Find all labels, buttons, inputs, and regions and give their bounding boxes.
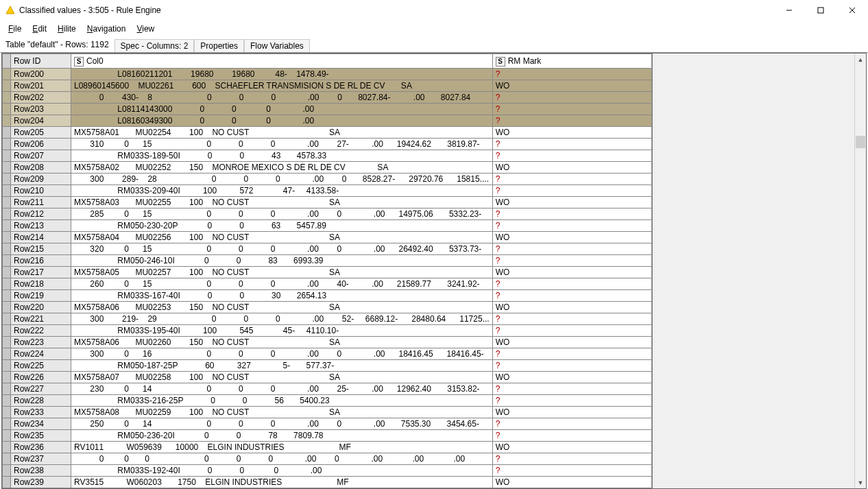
table-row[interactable]: Row215 320 0 15 0 0 0 .00 0 .00 26492.40…	[3, 243, 652, 255]
vertical-scrollbar[interactable]: ▲ ▼	[854, 53, 866, 488]
table-row[interactable]: Row207 RM033S-189-50I 0 0 43 4578.33?	[3, 150, 652, 162]
table-row[interactable]: Row238 RM033S-192-40I 0 0 0 .00?	[3, 465, 652, 477]
scroll-thumb[interactable]	[856, 136, 865, 148]
minimize-button[interactable]	[773, 0, 805, 21]
row-marker[interactable]	[3, 430, 11, 442]
col0-cell[interactable]: RM050-187-25P 60 327 5- 577.37-	[71, 360, 493, 372]
table-row[interactable]: Row233MX5758A08 MU02259 100 NO CUST SAWO	[3, 407, 652, 418]
row-id-cell[interactable]: Row235	[11, 430, 71, 442]
menu-file[interactable]: File	[3, 23, 26, 35]
table-row[interactable]: Row221 300 219- 29 0 0 0 .00 52- 6689.12…	[3, 313, 652, 325]
row-id-cell[interactable]: Row208	[11, 162, 71, 174]
row-marker[interactable]	[3, 442, 11, 453]
maximize-button[interactable]	[805, 0, 836, 21]
table-row[interactable]: Row218 260 0 15 0 0 0 .00 40- .00 21589.…	[3, 278, 652, 290]
rmmark-cell[interactable]: ?	[492, 465, 651, 477]
rmmark-cell[interactable]: ?	[492, 150, 651, 162]
rmmark-cell[interactable]: ?	[492, 278, 651, 290]
row-marker[interactable]	[3, 255, 11, 267]
table-row[interactable]: Row225 RM050-187-25P 60 327 5- 577.37-?	[3, 360, 652, 372]
table-row[interactable]: Row223MX5758A06 MU02260 150 NO CUST SAWO	[3, 337, 652, 348]
table-row[interactable]: Row211MX5758A03 MU02255 100 NO CUST SAWO	[3, 197, 652, 208]
table-row[interactable]: Row212 285 0 15 0 0 0 .00 0 .00 14975.06…	[3, 208, 652, 220]
row-marker[interactable]	[3, 418, 11, 430]
row-id-cell[interactable]: Row217	[11, 267, 71, 278]
col0-cell[interactable]: L08160349300 0 0 0 .00	[71, 115, 493, 127]
rmmark-cell[interactable]: WO	[492, 407, 651, 418]
col0-cell[interactable]: MX5758A05 MU02257 100 NO CUST SA	[71, 267, 493, 278]
table-row[interactable]: Row220MX5758A06 MU02253 150 NO CUST SAWO	[3, 302, 652, 313]
col0-cell[interactable]: 1850 1800- 28 0 0 0 .00 0 30018.60- 2624…	[71, 488, 493, 489]
menu-navigation[interactable]: Navigation	[82, 23, 131, 35]
row-marker[interactable]	[3, 453, 11, 465]
rmmark-cell[interactable]: ?	[492, 139, 651, 150]
row-marker[interactable]	[3, 337, 11, 348]
table-row[interactable]: Row234 250 0 14 0 0 0 .00 0 .00 7535.30 …	[3, 418, 652, 430]
row-id-cell[interactable]: Row233	[11, 407, 71, 418]
col0-cell[interactable]: L08160211201 19680 19680 48- 1478.49-	[71, 69, 493, 80]
row-id-cell[interactable]: Row206	[11, 139, 71, 150]
rmmark-cell[interactable]: WO	[492, 80, 651, 92]
row-marker[interactable]	[3, 407, 11, 418]
menu-view[interactable]: View	[132, 23, 159, 35]
table-row[interactable]: Row219 RM033S-167-40I 0 0 30 2654.13?	[3, 290, 652, 302]
row-marker[interactable]	[3, 278, 11, 290]
row-marker[interactable]	[3, 162, 11, 174]
table-row[interactable]: Row214MX5758A04 MU02256 100 NO CUST SAWO	[3, 232, 652, 243]
col0-cell[interactable]: RV1011 W059639 10000 ELGIN INDUSTRIES MF	[71, 442, 493, 453]
table-row[interactable]: Row203 L08114143000 0 0 0 .00?	[3, 104, 652, 115]
row-id-cell[interactable]: Row214	[11, 232, 71, 243]
row-id-cell[interactable]: Row216	[11, 255, 71, 267]
row-id-cell[interactable]: Row207	[11, 150, 71, 162]
rmmark-cell[interactable]: WO	[492, 442, 651, 453]
row-id-cell[interactable]: Row225	[11, 360, 71, 372]
row-marker[interactable]	[3, 208, 11, 220]
col0-cell[interactable]: 300 0 16 0 0 0 .00 0 .00 18416.45 18416.…	[71, 348, 493, 360]
rmmark-cell[interactable]: ?	[492, 360, 651, 372]
col0-cell[interactable]: RM033S-192-40I 0 0 0 .00	[71, 465, 493, 477]
row-marker[interactable]	[3, 383, 11, 395]
row-id-cell[interactable]: Row202	[11, 92, 71, 104]
rmmark-cell[interactable]: WO	[492, 197, 651, 208]
header-rmmark[interactable]: SRM Mark	[492, 54, 651, 69]
row-id-cell[interactable]: Row211	[11, 197, 71, 208]
table-row[interactable]: Row205MX5758A01 MU02254 100 NO CUST SAWO	[3, 127, 652, 139]
table-row[interactable]: Row235 RM050-236-20I 0 0 78 7809.78?	[3, 430, 652, 442]
col0-cell[interactable]: RM050-246-10I 0 0 83 6993.39	[71, 255, 493, 267]
row-id-cell[interactable]: Row236	[11, 442, 71, 453]
data-table[interactable]: Row ID SCol0 SRM Mark Row200 L0816021120…	[2, 53, 652, 488]
row-marker[interactable]	[3, 115, 11, 127]
table-row[interactable]: Row210 RM033S-209-40I 100 572 47- 4133.5…	[3, 185, 652, 197]
col0-cell[interactable]: 230 0 14 0 0 0 .00 25- .00 12962.40 3153…	[71, 383, 493, 395]
table-row[interactable]: Row213 RM050-230-20P 0 0 63 5457.89?	[3, 220, 652, 232]
row-id-cell[interactable]: Row218	[11, 278, 71, 290]
row-marker[interactable]	[3, 80, 11, 92]
col0-cell[interactable]: MX5758A07 MU02258 100 NO CUST SA	[71, 372, 493, 383]
table-row[interactable]: Row204 L08160349300 0 0 0 .00?	[3, 115, 652, 127]
table-row[interactable]: Row209 300 289- 28 0 0 0 .00 0 8528.27- …	[3, 174, 652, 185]
table-row[interactable]: Row228 RM033S-216-25P 0 0 56 5400.23?	[3, 395, 652, 407]
row-marker[interactable]	[3, 150, 11, 162]
row-marker[interactable]	[3, 127, 11, 139]
rmmark-cell[interactable]: WO	[492, 302, 651, 313]
tab-flow-variables[interactable]: Flow Variables	[244, 39, 310, 52]
rmmark-cell[interactable]: ?	[492, 430, 651, 442]
rmmark-cell[interactable]: ?	[492, 418, 651, 430]
row-marker[interactable]	[3, 290, 11, 302]
row-marker[interactable]	[3, 232, 11, 243]
row-marker[interactable]	[3, 174, 11, 185]
row-id-cell[interactable]: Row210	[11, 185, 71, 197]
rmmark-cell[interactable]: ?	[492, 383, 651, 395]
col0-cell[interactable]: 0 0 0 0 0 0 .00 0 .00 .00 .00	[71, 453, 493, 465]
rmmark-cell[interactable]: ?	[492, 104, 651, 115]
rmmark-cell[interactable]: WO	[492, 267, 651, 278]
rmmark-cell[interactable]: ?	[492, 348, 651, 360]
row-marker[interactable]	[3, 267, 11, 278]
rmmark-cell[interactable]: ?	[492, 488, 651, 489]
rmmark-cell[interactable]: WO	[492, 337, 651, 348]
row-id-cell[interactable]: Row200	[11, 69, 71, 80]
col0-cell[interactable]: RM050-230-20P 0 0 63 5457.89	[71, 220, 493, 232]
table-row[interactable]: Row239RV3515 W060203 1750 ELGIN INDUSTRI…	[3, 477, 652, 488]
col0-cell[interactable]: L08960145600 MU02261 600 SCHAEFLER TRANS…	[71, 80, 493, 92]
row-id-cell[interactable]: Row209	[11, 174, 71, 185]
